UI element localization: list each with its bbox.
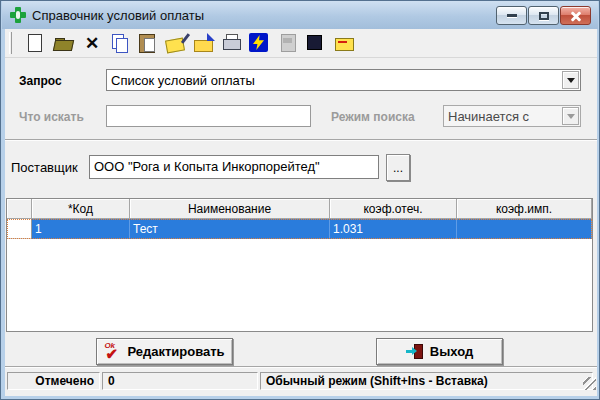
toolbar-grip[interactable] — [9, 32, 12, 54]
copy-icon[interactable] — [106, 31, 134, 55]
edit-button[interactable]: Ok ✔ Редактировать — [96, 338, 233, 365]
grid-header-code[interactable]: *Код — [32, 199, 130, 219]
grid-header-coef-dom[interactable]: коэф.отеч. — [330, 199, 457, 219]
minimize-button[interactable] — [496, 6, 527, 25]
supplier-label: Поставщик — [11, 160, 78, 175]
client-area: ✕ Запрос Список условий оплаты Что искат… — [5, 29, 597, 396]
status-marked-label: Отмечено — [7, 372, 100, 390]
new-document-icon[interactable] — [22, 31, 50, 55]
archive-icon — [274, 31, 302, 55]
query-combobox[interactable]: Список условий оплаты — [106, 69, 581, 91]
execute-query-icon[interactable] — [246, 31, 274, 55]
open-folder-icon[interactable] — [50, 31, 78, 55]
title-bar[interactable]: Справочник условий оплаты — [2, 1, 598, 29]
export-folder-icon[interactable] — [190, 31, 218, 55]
cell-coef-dom[interactable]: 1.031 — [330, 219, 457, 239]
chevron-down-icon — [567, 114, 575, 119]
status-bar: Отмечено 0 Обычный режим (Shift+Ins - Вс… — [5, 370, 597, 393]
grid-header-row: *Код Наименование коэф.отеч. коэф.имп. — [7, 199, 592, 219]
status-marked-value: 0 — [102, 372, 258, 390]
cell-code[interactable]: 1 — [32, 219, 130, 239]
window-title: Справочник условий оплаты — [32, 8, 204, 23]
print-icon[interactable] — [218, 31, 246, 55]
exit-door-icon — [406, 343, 424, 360]
supplier-browse-button[interactable]: ... — [386, 154, 410, 181]
exit-button-label: Выход — [430, 344, 473, 359]
maximize-icon — [539, 12, 549, 20]
grid-header-coef-imp[interactable]: коэф.имп. — [457, 199, 592, 219]
grid-header-selector — [7, 199, 32, 219]
divider — [5, 139, 597, 141]
mail-note-icon[interactable] — [330, 31, 358, 55]
edit-note-icon[interactable] — [162, 31, 190, 55]
grid-header-name[interactable]: Наименование — [130, 199, 330, 219]
cell-name[interactable]: Тест — [130, 219, 330, 239]
chevron-down-icon — [567, 78, 575, 83]
search-mode-label: Режим поиска — [331, 110, 415, 124]
query-label: Запрос — [19, 74, 62, 88]
divider — [5, 366, 597, 368]
delete-icon[interactable]: ✕ — [78, 31, 106, 55]
exit-button[interactable]: Выход — [376, 338, 503, 365]
minimize-icon — [507, 14, 517, 17]
resize-grip[interactable] — [583, 377, 596, 390]
help-icon[interactable] — [302, 31, 330, 55]
app-window: Справочник условий оплаты ✕ — [0, 0, 600, 400]
close-button[interactable] — [560, 6, 591, 25]
status-mode-text: Обычный режим (Shift+Ins - Вставка) — [260, 372, 593, 390]
check-glyph: ✔ — [105, 345, 118, 363]
paste-icon[interactable] — [134, 31, 162, 55]
search-mode-value: Начинается с — [448, 109, 529, 124]
search-label: Что искать — [19, 110, 84, 124]
close-icon — [570, 10, 582, 22]
edit-button-label: Редактировать — [127, 344, 224, 359]
search-input[interactable] — [106, 105, 311, 127]
payment-conditions-grid[interactable]: *Код Наименование коэф.отеч. коэф.имп. 1… — [6, 198, 593, 332]
cell-coef-imp[interactable] — [457, 219, 592, 239]
search-mode-arrow — [562, 107, 579, 125]
query-combobox-value: Список условий оплаты — [111, 73, 255, 88]
toolbar: ✕ — [5, 29, 597, 58]
app-icon-green-cross — [10, 7, 26, 23]
help-glyph — [307, 35, 322, 50]
ok-check-icon: Ok ✔ — [104, 343, 121, 361]
table-row-selected[interactable]: 1 Тест 1.031 — [7, 219, 592, 239]
row-selector-cell[interactable] — [7, 219, 32, 239]
query-combobox-arrow[interactable] — [562, 71, 579, 89]
supplier-input[interactable]: ООО "Рога и Копыта Инкорпорейтед" — [89, 155, 379, 179]
search-mode-combobox: Начинается с — [443, 105, 581, 127]
maximize-button[interactable] — [528, 6, 559, 25]
